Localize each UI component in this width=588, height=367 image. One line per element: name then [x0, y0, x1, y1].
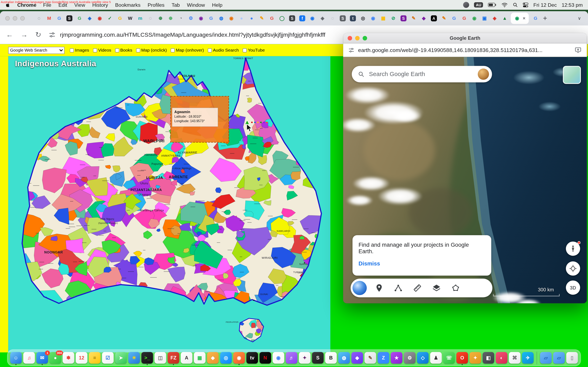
- status-menu-icon[interactable]: [463, 2, 469, 8]
- pinned-tab[interactable]: S: [401, 15, 406, 21]
- dock-app[interactable]: N: [259, 352, 271, 364]
- close-tab-icon[interactable]: ×: [523, 16, 525, 21]
- dock-app[interactable]: ♟: [430, 352, 442, 364]
- dock-app[interactable]: ≡: [89, 352, 100, 364]
- dock-app[interactable]: ◎: [220, 352, 232, 364]
- measure-button[interactable]: [411, 281, 424, 295]
- dock-app[interactable]: ▱: [540, 352, 552, 364]
- menu-profiles[interactable]: Profiles: [148, 2, 164, 8]
- forward-button[interactable]: →: [21, 31, 28, 39]
- menu-tab[interactable]: Tab: [172, 2, 180, 8]
- pinned-tab[interactable]: G: [77, 15, 82, 21]
- profile-avatar[interactable]: [478, 68, 489, 80]
- pinned-tab[interactable]: S: [289, 15, 295, 21]
- checkbox-videos[interactable]: Videos: [93, 48, 111, 52]
- pinned-tab[interactable]: S: [340, 15, 346, 21]
- dock-app[interactable]: ✉1: [36, 352, 48, 364]
- site-info-icon[interactable]: [49, 31, 56, 38]
- dock-app[interactable]: ☏: [443, 352, 455, 364]
- dock-app[interactable]: ▱: [553, 352, 565, 364]
- menu-bookmarks[interactable]: Bookmarks: [115, 2, 140, 8]
- pinned-tab[interactable]: ✎: [259, 15, 265, 21]
- checkbox-map-onhover-[interactable]: Map (onhover): [171, 48, 204, 52]
- pinned-tab[interactable]: ◉: [97, 15, 103, 21]
- checkbox-input[interactable]: [171, 48, 175, 52]
- pinned-tab[interactable]: G: [208, 15, 214, 21]
- dock-app[interactable]: ♬: [286, 352, 297, 364]
- dock-app[interactable]: tv: [246, 352, 258, 364]
- dock-app[interactable]: B: [325, 352, 337, 364]
- pinned-tab[interactable]: ▣: [481, 15, 487, 21]
- pinned-tab[interactable]: ⊘: [390, 15, 396, 21]
- dock-app[interactable]: ◆: [351, 352, 363, 364]
- checkbox-books[interactable]: Books: [115, 48, 132, 52]
- dock-app[interactable]: FZ: [168, 352, 179, 364]
- dock-app[interactable]: ✎: [364, 352, 376, 364]
- dock-app[interactable]: >_: [141, 352, 153, 364]
- pinned-tab[interactable]: ●: [238, 15, 244, 21]
- dock-app[interactable]: ⌘: [509, 352, 520, 364]
- minimize-button[interactable]: [13, 16, 17, 21]
- active-tab[interactable]: ◉ ×: [511, 13, 529, 24]
- ge-address-bar[interactable]: earth.google.com/web/@-19.41990588,146.1…: [358, 47, 571, 53]
- checkbox-input[interactable]: [242, 48, 247, 52]
- pinned-tab[interactable]: ✎: [411, 15, 416, 21]
- back-button[interactable]: ←: [6, 31, 13, 39]
- pinned-tab[interactable]: ✓: [107, 15, 113, 21]
- dock-app[interactable]: ▦: [194, 352, 206, 364]
- menu-date[interactable]: Fri 12 Dec: [534, 2, 557, 8]
- dock-app[interactable]: ◆: [207, 352, 219, 364]
- dock-app[interactable]: ◉: [233, 352, 245, 364]
- dock-app[interactable]: ⚙: [404, 352, 415, 364]
- wifi-icon[interactable]: [502, 2, 508, 7]
- ge-search-input[interactable]: [369, 71, 473, 77]
- add-placemark-button[interactable]: [372, 281, 386, 295]
- pinned-tab[interactable]: G: [269, 15, 275, 21]
- dock-app[interactable]: S: [312, 352, 324, 364]
- pinned-tab[interactable]: G: [451, 15, 457, 21]
- indigenous-map[interactable]: TORRES STRAITDarwinYOLNGUGURINDJIWARLPIR…: [8, 56, 330, 352]
- dock-app[interactable]: ✈: [522, 352, 534, 364]
- pinned-tab[interactable]: G: [117, 15, 123, 21]
- pinned-tab[interactable]: ◉: [198, 15, 204, 21]
- dock-app[interactable]: ➤: [115, 352, 127, 364]
- pinned-tab[interactable]: A: [431, 15, 437, 21]
- pinned-tab[interactable]: ◌: [36, 15, 42, 21]
- pinned-tab[interactable]: M: [46, 15, 52, 21]
- tab-search-button[interactable]: ∨: [575, 14, 584, 22]
- pinned-tab[interactable]: ◉: [370, 15, 376, 21]
- pinned-tab[interactable]: t: [350, 15, 356, 21]
- new-tab-button[interactable]: +: [543, 14, 547, 22]
- dock-app[interactable]: A: [181, 352, 192, 364]
- globe-button[interactable]: [353, 281, 367, 295]
- dock-app[interactable]: 12: [76, 352, 87, 364]
- dock-app[interactable]: ♫: [23, 352, 35, 364]
- dock-app[interactable]: ◐: [496, 352, 507, 364]
- reload-button[interactable]: ↻: [35, 30, 41, 39]
- dock-app[interactable]: ●304: [49, 352, 61, 364]
- pinned-tab[interactable]: G: [56, 15, 62, 21]
- pinned-tab[interactable]: ◉: [309, 15, 315, 21]
- layers-button[interactable]: [430, 281, 443, 295]
- checkbox-audio-search[interactable]: Audio Search: [208, 48, 239, 52]
- pinned-tab[interactable]: ◯: [279, 15, 285, 21]
- close-button[interactable]: [5, 16, 10, 21]
- pinned-tab[interactable]: ✎: [441, 15, 447, 21]
- pinned-tab[interactable]: ◈: [492, 15, 498, 21]
- dock-app[interactable]: O: [456, 352, 468, 364]
- zoom-button[interactable]: [20, 16, 25, 21]
- dock-app[interactable]: ☑: [102, 352, 114, 364]
- menu-time[interactable]: 12:53 pm: [562, 2, 583, 8]
- pinned-tab[interactable]: ⚙: [188, 15, 194, 21]
- dismiss-button[interactable]: Dismiss: [359, 260, 380, 267]
- dock-app[interactable]: ✽: [63, 352, 74, 364]
- dock-app[interactable]: ◇: [417, 352, 429, 364]
- pegman-button[interactable]: [566, 242, 580, 256]
- google-tab[interactable]: G: [532, 15, 538, 21]
- ge-search-bar[interactable]: [352, 66, 492, 82]
- dock-app[interactable]: ◫: [155, 352, 166, 364]
- send-to-devices-icon[interactable]: [575, 47, 582, 54]
- dock-app[interactable]: Z: [378, 352, 389, 364]
- pinned-tab[interactable]: ◌: [147, 15, 153, 21]
- dock-app[interactable]: ★: [391, 352, 402, 364]
